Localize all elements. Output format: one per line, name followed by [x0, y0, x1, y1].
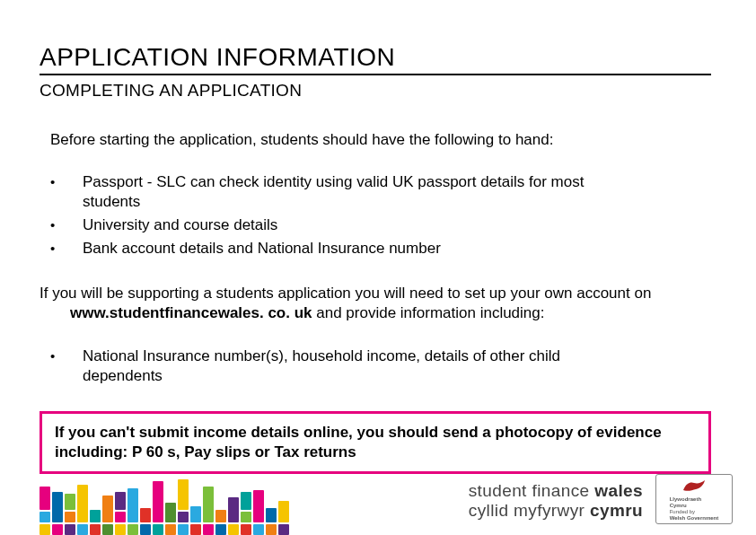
bullet-icon: • — [50, 215, 83, 235]
para-line2-suffix: and provide information including: — [312, 304, 545, 321]
footer: student finance wales cyllid myfyrwyr cy… — [0, 458, 756, 535]
gov-line3: Funded by — [670, 509, 719, 515]
list-item: • Passport - SLC can check identity usin… — [50, 172, 711, 212]
brand-cy-light: cyllid myfyrwyr — [469, 501, 590, 520]
bullet-text: Bank account details and National Insura… — [83, 239, 441, 259]
page-title: APPLICATION INFORMATION — [40, 43, 711, 75]
list-item: • University and course details — [50, 215, 711, 235]
page-subtitle: COMPLETING AN APPLICATION — [40, 81, 711, 101]
bullet-icon: • — [50, 172, 83, 212]
brand-logo: student finance wales cyllid myfyrwyr cy… — [469, 481, 643, 521]
bullet-icon: • — [50, 346, 83, 386]
intro-text: Before starting the application, student… — [50, 131, 711, 149]
dragon-icon — [681, 478, 707, 494]
bullet-text: Passport - SLC can check identity using … — [83, 172, 585, 212]
bullet-list-1: • Passport - SLC can check identity usin… — [50, 172, 711, 259]
bullet-text: National Insurance number(s), household … — [83, 346, 585, 386]
bullet-text: University and course details — [83, 215, 277, 235]
gov-line1: Llywodraeth — [670, 496, 701, 502]
website-url: www.studentfinancewales. co. uk — [70, 304, 312, 321]
list-item: • Bank account details and National Insu… — [50, 239, 711, 259]
gov-line2: Cymru — [670, 503, 687, 508]
gov-text: Llywodraeth Cymru Funded by Welsh Govern… — [670, 496, 719, 522]
brand-welsh: cyllid myfyrwyr cymru — [469, 501, 643, 521]
bar-graphic — [40, 458, 318, 535]
brand-english: student finance wales — [469, 481, 643, 501]
callout-text: If you can't submit income details onlin… — [55, 423, 696, 462]
para-line1: If you will be supporting a students app… — [40, 285, 651, 302]
bullet-icon: • — [50, 239, 83, 259]
welsh-government-badge: Llywodraeth Cymru Funded by Welsh Govern… — [655, 474, 733, 524]
gov-line4: Welsh Government — [670, 515, 719, 521]
supporting-paragraph: If you will be supporting a students app… — [40, 284, 711, 323]
brand-cy-bold: cymru — [590, 501, 643, 520]
slide-page: APPLICATION INFORMATION COMPLETING AN AP… — [0, 0, 756, 535]
list-item: • National Insurance number(s), househol… — [50, 346, 711, 386]
bullet-list-2: • National Insurance number(s), househol… — [50, 346, 711, 386]
brand-en-bold: wales — [594, 481, 643, 500]
brand-en-light: student finance — [469, 481, 595, 500]
